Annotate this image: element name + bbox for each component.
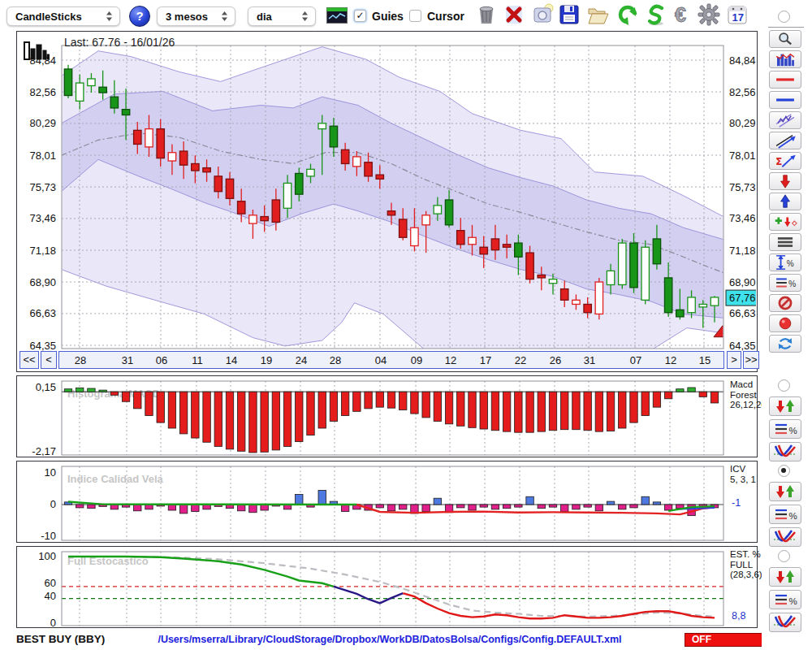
date-tick: 24 bbox=[291, 353, 312, 368]
nav-last-button[interactable]: >> bbox=[743, 351, 759, 369]
date-axis: <<<283106111419242804091217222631071215>… bbox=[17, 351, 756, 370]
icv-watermark: Indice Calidad Vela bbox=[67, 473, 164, 485]
profile-tool-button[interactable] bbox=[769, 50, 801, 68]
macd-panel-radio[interactable] bbox=[778, 379, 790, 392]
percent-lines-tool-button[interactable]: % bbox=[769, 274, 801, 292]
sidebar-divider bbox=[768, 27, 804, 28]
candle-body bbox=[422, 215, 430, 225]
macd-bar bbox=[595, 392, 603, 431]
tool-sidebar: Σ%%%%% bbox=[762, 0, 812, 650]
macd-bar bbox=[422, 392, 430, 418]
mini-chart-icon[interactable] bbox=[326, 7, 348, 24]
macd-bar bbox=[387, 392, 395, 408]
open-button[interactable] bbox=[585, 2, 610, 27]
macd-bar bbox=[203, 392, 210, 442]
volume-profile-icon[interactable] bbox=[24, 41, 50, 63]
macd-bar bbox=[503, 392, 510, 431]
channel-tool-button[interactable] bbox=[769, 111, 801, 129]
snapshot-button[interactable] bbox=[530, 2, 555, 27]
price-tick-right: 73,46 bbox=[729, 212, 756, 224]
candle-body bbox=[434, 206, 441, 214]
stoch-tick: 0 bbox=[50, 617, 56, 626]
arrow-down-tool-button[interactable] bbox=[769, 172, 801, 190]
stoch-percent-lines-tool-button[interactable]: % bbox=[769, 590, 801, 609]
main-chart-radio[interactable] bbox=[778, 11, 790, 23]
icv-bar bbox=[561, 505, 568, 512]
nav-next-button[interactable]: > bbox=[727, 351, 741, 369]
config-path[interactable]: /Users/mserra/Library/CloudStorage/Dropb… bbox=[106, 634, 674, 645]
price-tick-right: 71,18 bbox=[729, 245, 756, 257]
stoch-updown-tool-button[interactable] bbox=[769, 567, 801, 587]
trash-button[interactable] bbox=[474, 2, 499, 27]
settings-button[interactable] bbox=[697, 2, 721, 27]
macd-bar bbox=[619, 392, 626, 428]
help-button[interactable]: ? bbox=[129, 6, 150, 27]
price-tick-right: 84,84 bbox=[729, 54, 756, 67]
nav-first-button[interactable]: << bbox=[19, 351, 39, 369]
hline-blue-tool-button[interactable] bbox=[769, 91, 801, 109]
guies-checkbox[interactable]: ✓ bbox=[354, 10, 366, 22]
record-tool-button[interactable] bbox=[769, 314, 801, 332]
signals-tool-button[interactable] bbox=[769, 213, 801, 231]
icv-plot[interactable]: Indice Calidad Vela100-10 bbox=[17, 462, 756, 541]
stoch-panel-radio[interactable] bbox=[778, 550, 790, 562]
swap-tool-button[interactable] bbox=[769, 335, 801, 353]
arrow-up-tool-button[interactable] bbox=[769, 193, 801, 210]
delete-button[interactable] bbox=[502, 2, 526, 27]
forbid-tool-button[interactable] bbox=[769, 294, 801, 312]
price-tick-left: 82,56 bbox=[29, 86, 56, 98]
macd-bar bbox=[653, 392, 660, 407]
macd-bar bbox=[549, 392, 556, 431]
hline-red-tool-button[interactable] bbox=[769, 71, 801, 89]
price-tick-right: 78,01 bbox=[729, 150, 756, 162]
candle-body bbox=[515, 243, 522, 257]
price-tick-right: 66,63 bbox=[729, 307, 756, 319]
candle-body bbox=[595, 282, 603, 314]
macd-curves-tool-button[interactable] bbox=[769, 442, 801, 462]
three-lines-tool-button[interactable] bbox=[769, 233, 801, 251]
macd-bar bbox=[572, 392, 580, 430]
candle-body bbox=[88, 79, 95, 86]
stoch-curves-tool-button[interactable] bbox=[769, 613, 801, 632]
macd-bar bbox=[296, 392, 303, 441]
trendline-tool-button[interactable] bbox=[769, 132, 801, 150]
save-button[interactable] bbox=[557, 2, 581, 27]
date-tick: 14 bbox=[221, 353, 242, 368]
candle-body bbox=[168, 153, 175, 161]
icv-tick: -10 bbox=[41, 530, 56, 541]
date-tick: 19 bbox=[256, 353, 277, 368]
chart-type-select[interactable]: CandleSticks bbox=[6, 6, 120, 26]
sigma-trend-tool-button[interactable]: Σ bbox=[769, 152, 801, 170]
reload-button[interactable] bbox=[615, 2, 640, 27]
nav-prev-button[interactable]: < bbox=[41, 351, 57, 369]
candle-body bbox=[76, 83, 84, 101]
calendar-button[interactable]: 17 bbox=[725, 2, 749, 27]
stoch-label-2: FULL bbox=[730, 560, 762, 570]
price-tick-left: 68,90 bbox=[29, 276, 56, 288]
icv-tick: 0 bbox=[50, 498, 56, 510]
magnifier-tool-button[interactable] bbox=[769, 30, 801, 48]
icv-updown-tool-button[interactable] bbox=[769, 482, 801, 501]
candlestick-plot[interactable]: 84,8484,8482,5682,5680,2980,2978,0178,01… bbox=[17, 32, 756, 370]
macd-percent-lines-tool-button[interactable]: % bbox=[769, 419, 801, 439]
period-select[interactable]: 3 mesos bbox=[157, 6, 235, 26]
date-tick: 07 bbox=[625, 353, 646, 368]
icv-panel-radio[interactable] bbox=[778, 465, 790, 477]
macd-bar bbox=[261, 392, 268, 452]
timeframe-select[interactable]: dia bbox=[248, 6, 316, 26]
icv-bar bbox=[595, 505, 603, 511]
icv-curves-tool-button[interactable] bbox=[769, 527, 801, 547]
candle-body bbox=[238, 202, 245, 214]
icv-percent-lines-tool-button[interactable]: % bbox=[769, 505, 801, 524]
icv-bar bbox=[341, 505, 348, 512]
stochastic-plot[interactable]: Full Estocastico10060400 bbox=[17, 547, 756, 626]
macd-updown-tool-button[interactable] bbox=[769, 396, 801, 416]
euro-button[interactable]: € bbox=[671, 2, 695, 27]
macd-plot[interactable]: Histograma MACD0,15-2,17 bbox=[17, 376, 756, 456]
sync-button[interactable] bbox=[644, 2, 668, 27]
measure-percent-tool-button[interactable]: % bbox=[769, 254, 801, 271]
price-tick-left: 71,18 bbox=[29, 245, 56, 257]
cursor-checkbox[interactable] bbox=[409, 10, 421, 22]
icv-bar bbox=[179, 505, 187, 514]
macd-bar bbox=[283, 392, 291, 446]
